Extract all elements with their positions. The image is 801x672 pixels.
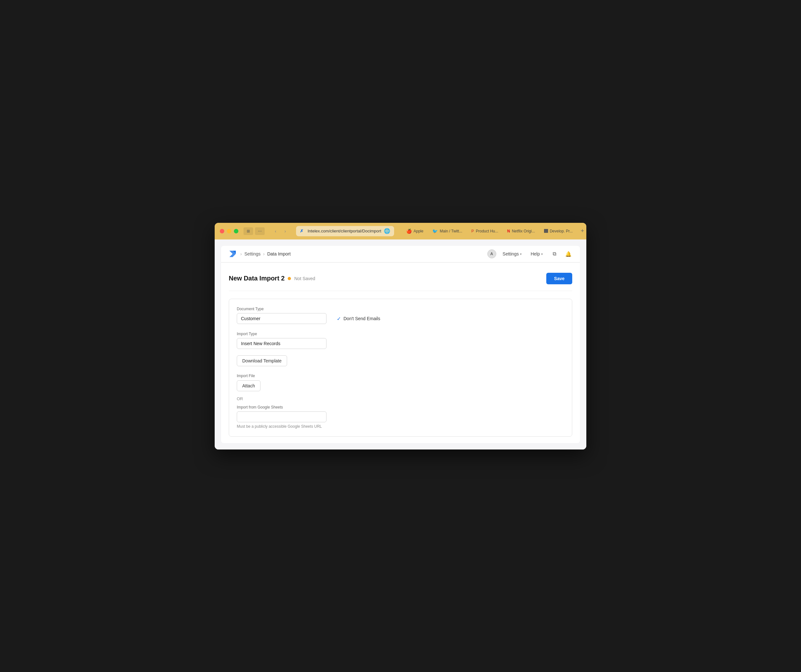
breadcrumb-sep-2: › bbox=[263, 251, 265, 257]
tab-develop[interactable]: 🅰 Develop. Pr... bbox=[541, 228, 576, 235]
settings-nav-button[interactable]: Settings ▾ bbox=[500, 250, 524, 258]
import-type-input[interactable] bbox=[237, 338, 327, 349]
page-title-row: New Data Import 2 Not Saved bbox=[229, 275, 315, 282]
settings-caret-icon: ▾ bbox=[520, 252, 522, 256]
new-tab-button[interactable]: + bbox=[579, 227, 586, 235]
title-bar: ⊞ ⋯ ‹ › ✗ Intelex.com/client/clientporta… bbox=[215, 223, 586, 239]
tab-netflix-label: Netflix Origi... bbox=[512, 229, 535, 233]
apple-tab-icon: 🍎 bbox=[406, 229, 412, 234]
status-label: Not Saved bbox=[294, 276, 315, 281]
tab-develop-label: Develop. Pr... bbox=[550, 229, 573, 233]
url-bar[interactable]: ✗ Intelex.com/client/clientportal/Docimp… bbox=[296, 226, 394, 236]
tab-netflix[interactable]: N Netflix Origi... bbox=[504, 228, 538, 235]
import-file-label: Import File bbox=[237, 374, 255, 378]
tab-producthunt-label: Product Hu... bbox=[476, 229, 498, 233]
app-navbar-right: A Settings ▾ Help ▾ ⧉ 🔔 bbox=[487, 249, 574, 259]
save-button[interactable]: Save bbox=[546, 273, 572, 284]
tab-twitter[interactable]: 🐦 Main / Twitt... bbox=[429, 227, 465, 235]
breadcrumb: › Settings › Data Import bbox=[240, 251, 291, 257]
help-caret-icon: ▾ bbox=[541, 252, 543, 256]
google-sheets-section: Import from Google Sheets Must be a publ… bbox=[237, 405, 564, 429]
twitter-tab-icon: 🐦 bbox=[432, 229, 437, 234]
help-nav-button[interactable]: Help ▾ bbox=[528, 250, 545, 258]
avatar: A bbox=[487, 249, 496, 258]
app-content: › Settings › Data Import A Settings ▾ He… bbox=[215, 239, 586, 449]
page-title: New Data Import 2 bbox=[229, 275, 285, 282]
app-navbar-left: › Settings › Data Import bbox=[227, 249, 291, 259]
form-row-1: Document Type ✓ Don't Send Emails bbox=[237, 307, 564, 324]
producthunt-tab-icon: P bbox=[471, 229, 474, 233]
import-type-group: Import Type bbox=[237, 332, 564, 349]
google-sheets-label: Import from Google Sheets bbox=[237, 405, 564, 409]
sidebar-toggle-button[interactable]: ⊞ bbox=[243, 227, 253, 235]
copy-icon[interactable]: ⧉ bbox=[549, 249, 560, 259]
dont-send-emails-label: Don't Send Emails bbox=[343, 316, 380, 321]
nav-arrows: ‹ › bbox=[271, 227, 290, 236]
checkmark-icon: ✓ bbox=[337, 316, 341, 322]
tab-area: 🍎 Apple 🐦 Main / Twitt... P Product Hu..… bbox=[403, 227, 586, 235]
mac-window: ⊞ ⋯ ‹ › ✗ Intelex.com/client/clientporta… bbox=[215, 223, 586, 449]
globe-icon: 🌐 bbox=[384, 228, 390, 234]
url-favicon-icon: ✗ bbox=[300, 229, 305, 234]
breadcrumb-settings[interactable]: Settings bbox=[244, 251, 261, 257]
develop-tab-icon: 🅰 bbox=[544, 229, 548, 233]
document-type-label: Document Type bbox=[237, 307, 327, 311]
tab-apple-label: Apple bbox=[413, 229, 423, 233]
url-text: Intelex.com/client/clientportal/Docimpor… bbox=[307, 229, 381, 233]
help-nav-label: Help bbox=[531, 251, 540, 257]
attach-button[interactable]: Attach bbox=[237, 380, 261, 391]
maximize-button[interactable] bbox=[234, 229, 238, 233]
tab-producthunt[interactable]: P Product Hu... bbox=[468, 228, 502, 235]
dont-send-emails-row[interactable]: ✓ Don't Send Emails bbox=[337, 307, 380, 322]
google-sheets-hint: Must be a publicly accessible Google She… bbox=[237, 424, 564, 429]
document-type-input[interactable] bbox=[237, 313, 327, 324]
minimize-button[interactable] bbox=[227, 229, 231, 233]
forward-button[interactable]: › bbox=[281, 227, 290, 236]
view-toggle-button[interactable]: ⋯ bbox=[255, 227, 265, 235]
app-main: New Data Import 2 Not Saved Save Documen… bbox=[221, 263, 580, 443]
import-file-section: Import File Attach bbox=[237, 373, 564, 391]
notification-icon[interactable]: 🔔 bbox=[563, 249, 574, 259]
form-card: Document Type ✓ Don't Send Emails Import… bbox=[229, 299, 572, 437]
app-logo[interactable] bbox=[227, 249, 238, 259]
tab-twitter-label: Main / Twitt... bbox=[439, 229, 462, 233]
google-sheets-input[interactable] bbox=[237, 411, 327, 422]
tab-apple[interactable]: 🍎 Apple bbox=[403, 227, 427, 235]
page-header: New Data Import 2 Not Saved Save bbox=[229, 269, 572, 291]
settings-nav-label: Settings bbox=[503, 251, 519, 257]
document-type-group: Document Type bbox=[237, 307, 327, 324]
window-controls: ⊞ ⋯ bbox=[243, 227, 265, 235]
or-divider: OR bbox=[237, 396, 564, 401]
app-navbar: › Settings › Data Import A Settings ▾ He… bbox=[221, 246, 580, 263]
netflix-tab-icon: N bbox=[507, 229, 510, 233]
status-dot bbox=[288, 277, 291, 280]
download-template-button[interactable]: Download Template bbox=[237, 355, 287, 366]
avatar-label: A bbox=[490, 252, 493, 256]
breadcrumb-sep-1: › bbox=[240, 251, 242, 257]
traffic-lights bbox=[220, 229, 238, 233]
close-button[interactable] bbox=[220, 229, 224, 233]
breadcrumb-current: Data Import bbox=[267, 251, 291, 257]
import-type-label: Import Type bbox=[237, 332, 564, 336]
back-button[interactable]: ‹ bbox=[271, 227, 280, 236]
